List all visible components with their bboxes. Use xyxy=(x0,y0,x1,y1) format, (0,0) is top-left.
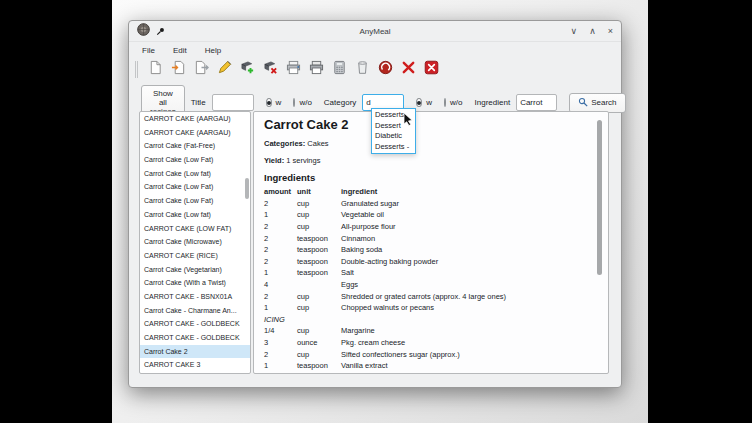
recipe-list-item[interactable]: CARROT CAKE (AARGAU) xyxy=(140,126,250,140)
rollback-button[interactable] xyxy=(377,61,394,78)
ingredient-input[interactable] xyxy=(516,94,557,111)
title-with-radio[interactable] xyxy=(266,98,272,107)
ingredient-amount: 2 xyxy=(264,348,297,360)
add-recipe-button[interactable] xyxy=(239,61,256,78)
recipe-list-item[interactable]: CARROT CAKE - BSNX01A xyxy=(140,290,250,304)
maximize-icon[interactable]: ∧ xyxy=(589,27,596,36)
print-preview-button[interactable] xyxy=(308,61,325,78)
recipe-list-item[interactable]: Carrot Cake (Fat-Free) xyxy=(140,139,250,153)
calculator-button[interactable] xyxy=(331,61,348,78)
ingredient-unit: teaspoon xyxy=(297,360,341,372)
ingredient-ingredient: Cinnamon xyxy=(341,232,506,244)
toolbar xyxy=(129,58,621,82)
export-recipe-button[interactable] xyxy=(193,61,210,78)
toolbar-drag-handle[interactable] xyxy=(135,61,138,78)
recipe-list-item[interactable]: Carrot Cake (With a Twist) xyxy=(140,276,250,290)
ingredient-unit: cup xyxy=(297,302,341,314)
ingredient-unit: teaspoon xyxy=(297,267,341,279)
quit-button[interactable] xyxy=(423,61,440,78)
ingredient-amount: 2 xyxy=(264,256,297,268)
recipe-list-item[interactable]: CARROT CAKE 3 xyxy=(140,358,250,372)
title-label: Title xyxy=(191,98,206,107)
ingredient-row: 1teaspoonVanilla extract xyxy=(264,360,506,372)
category-with-radio[interactable] xyxy=(416,98,422,107)
recipe-list-item[interactable]: Carrot Cake - Charmane An... xyxy=(140,304,250,318)
menu-item-file[interactable]: File xyxy=(139,45,158,56)
recipe-list-scrollbar-thumb[interactable] xyxy=(245,178,249,199)
ingredient-unit: teaspoon xyxy=(297,256,341,268)
recipe-list-item[interactable]: CARROT CAKE (AARGAU) xyxy=(140,112,250,126)
suggestion-item[interactable]: Desserts - xyxy=(372,142,415,153)
recipe-list-item[interactable]: CARROT CAKE - GOLDBECK xyxy=(140,317,250,331)
recipe-list-item[interactable]: CARROT CAKE (LOW FAT) xyxy=(140,222,250,236)
recipe-view-scrollbar-thumb[interactable] xyxy=(597,120,602,275)
ingredient-amount: 2 xyxy=(264,290,297,302)
recipe-list-item[interactable]: Carrot Cake (Low Fat) xyxy=(140,180,250,194)
ingredient-row: 4Eggs xyxy=(264,279,506,291)
categories-value: Cakes xyxy=(307,139,328,148)
delete-recipe-button[interactable] xyxy=(262,61,279,78)
suggestion-item[interactable]: Diabetic xyxy=(372,131,415,142)
ingredient-unit: teaspoon xyxy=(297,244,341,256)
ingredient-ingredient: Baking soda xyxy=(341,244,506,256)
recipe-categories: Categories: Cakes xyxy=(264,139,329,148)
window-title: AnyMeal xyxy=(129,27,621,36)
ingredient-row: 2cupShredded or grated carrots (approx. … xyxy=(264,290,506,302)
header-ingredient: ingredient xyxy=(341,186,506,198)
yield-label: Yield: xyxy=(264,156,284,165)
delete-search-button[interactable] xyxy=(400,61,417,78)
recipe-list-item[interactable]: Carrot Cake (Low fat) xyxy=(140,167,250,181)
category-without-radio[interactable] xyxy=(444,98,446,107)
print-button[interactable] xyxy=(285,61,302,78)
category-with-label: w xyxy=(426,98,432,107)
recipe-list-item[interactable]: Carrot Cake (Vegetarian) xyxy=(140,263,250,277)
category-label: Category xyxy=(324,98,356,107)
ingredient-row: 1teaspoonSalt xyxy=(264,267,506,279)
menu-item-help[interactable]: Help xyxy=(202,45,224,56)
title-input[interactable] xyxy=(212,94,254,111)
search-icon xyxy=(578,97,588,109)
ingredient-row: 3ouncePkg. cream cheese xyxy=(264,337,506,349)
title-without-radio[interactable] xyxy=(293,98,295,107)
recipe-list-item[interactable]: CARROT CAKE - GOLDBECK xyxy=(140,331,250,345)
pin-icon[interactable] xyxy=(156,22,165,40)
recipe-list-item[interactable]: CARROT CAKE (RICE) xyxy=(140,249,250,263)
edit-recipe-button[interactable] xyxy=(216,61,233,78)
header-amount: amount xyxy=(264,186,297,198)
ingredient-amount: 2 xyxy=(264,221,297,233)
categories-label: Categories: xyxy=(264,139,305,148)
ingredient-amount: 2 xyxy=(264,244,297,256)
recipe-list-item[interactable]: Carrot Cake (Low Fat) xyxy=(140,194,250,208)
close-icon[interactable]: × xyxy=(608,27,613,36)
section-row: ICING xyxy=(264,314,506,326)
suggestion-item[interactable]: Dessert xyxy=(372,121,415,132)
edit-recipe-icon xyxy=(217,60,232,79)
add-recipe-icon xyxy=(240,60,255,79)
ingredient-amount: 2 xyxy=(264,198,297,210)
clear-list-icon xyxy=(355,60,370,79)
ingredient-amount: 2 xyxy=(264,232,297,244)
ingredient-ingredient: Chopped walnuts or pecans xyxy=(341,302,506,314)
ingredient-ingredient: All-purpose flour xyxy=(341,221,506,233)
app-menu-icon[interactable] xyxy=(137,22,150,40)
clear-list-button[interactable] xyxy=(354,61,371,78)
recipe-list-item[interactable]: Carrot Cake (Low Fat) xyxy=(140,153,250,167)
recipe-list-item[interactable]: Carrot Cake (Low fat) xyxy=(140,208,250,222)
recipe-list-item[interactable]: Carrot Cake 2 xyxy=(140,345,250,359)
minimize-icon[interactable]: ∨ xyxy=(571,27,578,36)
ingredient-ingredient: Shredded or grated carrots (approx. 4 la… xyxy=(341,290,506,302)
category-suggestions-popup: DessertsDessertDiabeticDesserts - xyxy=(371,108,416,154)
recipe-list-item[interactable]: Carrot Cake (Microwave) xyxy=(140,235,250,249)
ingredient-amount: 1 xyxy=(264,209,297,221)
ingredient-row: 1cupChopped walnuts or pecans xyxy=(264,302,506,314)
new-recipe-button[interactable] xyxy=(147,61,164,78)
suggestion-item[interactable]: Desserts xyxy=(372,110,415,121)
ingredients-body: 2cupGranulated sugar1cupVegetable oil2cu… xyxy=(264,198,506,372)
ingredient-unit: cup xyxy=(297,325,341,337)
ingredient-unit: cup xyxy=(297,209,341,221)
delete-search-icon xyxy=(401,60,416,79)
category-without-label: w/o xyxy=(450,98,462,107)
import-recipe-button[interactable] xyxy=(170,61,187,78)
menu-item-edit[interactable]: Edit xyxy=(170,45,190,56)
title-with-label: w xyxy=(276,98,282,107)
